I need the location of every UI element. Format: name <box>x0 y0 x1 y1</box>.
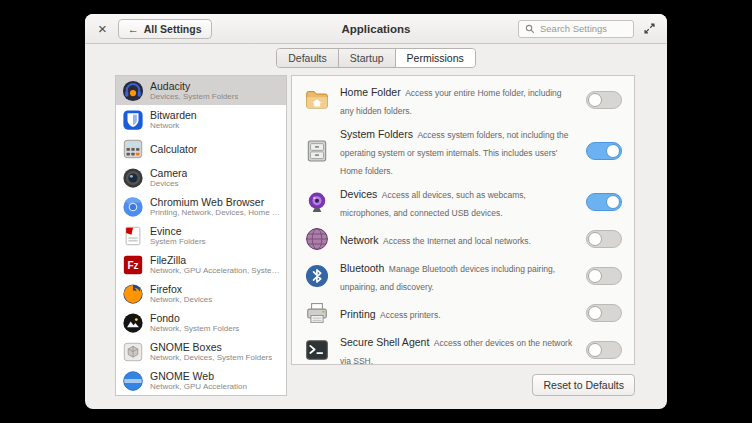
devices-icon <box>304 189 330 215</box>
devices-toggle[interactable] <box>586 193 622 211</box>
network-icon <box>304 226 330 252</box>
permission-row-secure-shell-agent: Secure Shell Agent Access other devices … <box>292 329 634 365</box>
app-permissions-summary: Network, System Folders <box>150 324 239 333</box>
permission-description: Access printers. <box>380 310 440 320</box>
secure-shell-icon <box>304 337 330 363</box>
permission-name: Network <box>340 234 379 246</box>
permission-name: Devices <box>340 188 377 200</box>
app-permissions-summary: Network, Devices <box>150 295 212 304</box>
svg-text:Fz: Fz <box>127 260 138 271</box>
app-permissions-summary: Network, Devices, System Folders <box>150 353 272 362</box>
permission-row-bluetooth: Bluetooth Manage Bluetooth devices inclu… <box>292 255 634 297</box>
app-list-item-filezilla[interactable]: Fz FileZilla Network, GPU Acceleration, … <box>116 250 286 279</box>
desktop-background: × ← All Settings Applications DefaultsSt… <box>0 0 752 423</box>
app-name: Evince <box>150 225 206 237</box>
app-list: Audacity Devices, System Folders Bitward… <box>115 75 287 396</box>
app-name: Chromium Web Browser <box>150 196 280 208</box>
app-list-item-fondo[interactable]: Fondo Network, System Folders <box>116 308 286 337</box>
printing-icon <box>304 300 330 326</box>
filezilla-icon: Fz <box>122 254 144 276</box>
chromium-icon <box>122 196 144 218</box>
app-permissions-summary: Printing, Network, Devices, Home Folder <box>150 208 280 217</box>
app-permissions-summary: Network, GPU Acceleration, System Fo... <box>150 266 280 275</box>
footer-bar: Reset to Defaults <box>291 365 635 396</box>
bluetooth-toggle[interactable] <box>586 267 622 285</box>
app-permissions-summary: Network, GPU Acceleration <box>150 382 247 391</box>
app-list-item-evince[interactable]: Evince System Folders <box>116 221 286 250</box>
app-name: FileZilla <box>150 254 280 266</box>
secure-shell-agent-toggle[interactable] <box>586 341 622 359</box>
system-folders-toggle[interactable] <box>586 142 622 160</box>
content-area: Audacity Devices, System Folders Bitward… <box>85 71 667 409</box>
app-name: Fondo <box>150 312 239 324</box>
main-column: Home Folder Access your entire Home fold… <box>291 75 635 396</box>
app-name: Bitwarden <box>150 109 197 121</box>
app-permissions-summary: Network <box>150 121 197 130</box>
calculator-icon <box>122 138 144 160</box>
camera-icon <box>122 167 144 189</box>
all-settings-back-button[interactable]: ← All Settings <box>118 19 212 39</box>
permissions-panel: Home Folder Access your entire Home fold… <box>291 75 635 365</box>
app-list-item-calculator[interactable]: Calculator <box>116 134 286 163</box>
expand-icon[interactable] <box>643 22 656 35</box>
app-name: Firefox <box>150 283 212 295</box>
tab-startup[interactable]: Startup <box>339 49 396 67</box>
app-permissions-summary: Devices, System Folders <box>150 92 238 101</box>
evince-icon <box>122 225 144 247</box>
firefox-icon <box>122 283 144 305</box>
app-permissions-summary: System Folders <box>150 237 206 246</box>
app-list-item-bitwarden[interactable]: Bitwarden Network <box>116 105 286 134</box>
permission-row-system-folders: System Folders Access system folders, no… <box>292 121 634 181</box>
permission-name: Secure Shell Agent <box>340 336 429 348</box>
permission-row-network: Network Access the Internet and local ne… <box>292 223 634 255</box>
bluetooth-icon <box>304 263 330 289</box>
home-folder-icon <box>304 87 330 113</box>
app-list-item-audacity[interactable]: Audacity Devices, System Folders <box>116 76 286 105</box>
app-list-item-gnome-web[interactable]: GNOME Web Network, GPU Acceleration <box>116 366 286 395</box>
app-name: GNOME Web <box>150 370 247 382</box>
search-box[interactable] <box>518 20 634 38</box>
gnome-boxes-icon <box>122 341 144 363</box>
settings-window: × ← All Settings Applications DefaultsSt… <box>85 14 667 409</box>
back-arrow-icon: ← <box>128 23 139 35</box>
permission-row-devices: Devices Access all devices, such as webc… <box>292 181 634 223</box>
app-name: Camera <box>150 167 187 179</box>
permission-row-printing: Printing Access printers. <box>292 297 634 329</box>
app-name: Calculator <box>150 143 197 155</box>
page-title: Applications <box>341 23 410 35</box>
search-icon <box>525 24 535 34</box>
close-button[interactable]: × <box>96 21 109 36</box>
header-bar: × ← All Settings Applications <box>85 14 667 44</box>
audacity-icon <box>122 80 144 102</box>
app-name: GNOME Boxes <box>150 341 272 353</box>
app-name: Audacity <box>150 80 238 92</box>
search-input[interactable] <box>540 23 627 34</box>
app-permissions-summary: Devices <box>150 179 187 188</box>
tab-bar: DefaultsStartupPermissions <box>85 44 667 71</box>
back-button-label: All Settings <box>144 23 202 35</box>
app-list-item-gnome-boxes[interactable]: GNOME Boxes Network, Devices, System Fol… <box>116 337 286 366</box>
app-list-item-camera[interactable]: Camera Devices <box>116 163 286 192</box>
permission-row-home-folder: Home Folder Access your entire Home fold… <box>292 79 634 121</box>
printing-toggle[interactable] <box>586 304 622 322</box>
permission-description: Access the Internet and local networks. <box>383 236 531 246</box>
permission-name: Printing <box>340 308 376 320</box>
system-folders-icon <box>304 138 330 164</box>
fondo-icon <box>122 312 144 334</box>
permission-name: Bluetooth <box>340 262 384 274</box>
tab-defaults[interactable]: Defaults <box>277 49 339 67</box>
bitwarden-icon <box>122 109 144 131</box>
app-list-item-chromium-web-browser[interactable]: Chromium Web Browser Printing, Network, … <box>116 192 286 221</box>
tab-permissions[interactable]: Permissions <box>396 49 475 67</box>
app-list-item-firefox[interactable]: Firefox Network, Devices <box>116 279 286 308</box>
gnome-web-icon <box>122 370 144 392</box>
reset-to-defaults-button[interactable]: Reset to Defaults <box>532 374 635 396</box>
tab-group: DefaultsStartupPermissions <box>276 48 476 68</box>
permission-name: Home Folder <box>340 86 401 98</box>
permission-name: System Folders <box>340 128 413 140</box>
network-toggle[interactable] <box>586 230 622 248</box>
home-folder-toggle[interactable] <box>586 91 622 109</box>
